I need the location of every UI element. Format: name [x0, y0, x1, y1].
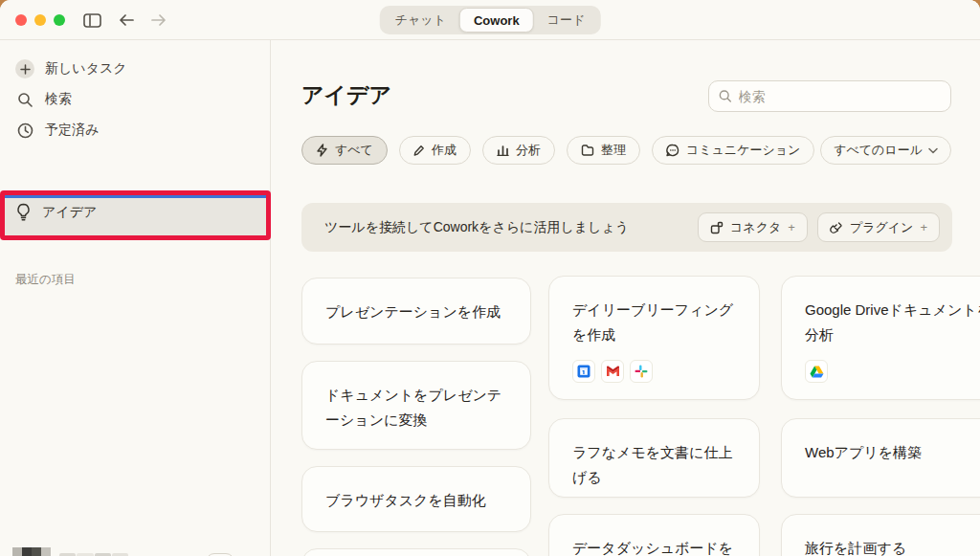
chip-create[interactable]: 作成: [399, 136, 471, 165]
recent-items-section-label: 最近の項目: [15, 272, 76, 288]
annotation-highlight-box: アイデア: [0, 190, 271, 240]
lightbulb-icon: [15, 203, 32, 221]
chip-communication[interactable]: コミュニケーション: [652, 136, 814, 165]
gmail-icon: [601, 360, 624, 383]
sidebar: 新しいタスク 検索 予定済み カスタマイズ 最近の項目: [0, 40, 271, 556]
search-icon: [15, 90, 34, 109]
idea-card[interactable]: プレゼンテーションを作成: [301, 278, 531, 345]
idea-card[interactable]: ブラウザタスクを自動化: [301, 466, 531, 532]
tab-chat[interactable]: チャット: [382, 8, 459, 33]
title-bar: チャット Cowork コード: [0, 0, 980, 40]
sidebar-toggle-icon[interactable]: [82, 11, 101, 29]
traffic-lights: [15, 14, 65, 26]
google-drive-icon: [805, 360, 828, 383]
banner-text: ツールを接続してCoworkをさらに活用しましょう: [324, 219, 629, 236]
page-title: アイデア: [301, 80, 391, 110]
sidebar-item-ideas[interactable]: アイデア: [15, 203, 97, 221]
app-window: チャット Cowork コード 新しいタスク 検索 予定済み: [0, 0, 980, 556]
search-field[interactable]: [708, 80, 951, 112]
chip-all[interactable]: すべて: [301, 136, 388, 165]
google-calendar-icon: [572, 360, 595, 383]
annotation-underline: [5, 195, 266, 198]
sidebar-item-scheduled[interactable]: 予定済み: [0, 116, 271, 145]
add-plugin-button[interactable]: プラグイン +: [817, 212, 940, 242]
folder-icon: [581, 145, 594, 156]
forward-arrow-icon[interactable]: [149, 11, 168, 29]
chip-organize[interactable]: 整理: [567, 136, 640, 165]
search-input[interactable]: [739, 89, 941, 104]
back-arrow-icon[interactable]: [117, 11, 136, 29]
bar-chart-icon: [497, 145, 509, 156]
add-connector-button[interactable]: コネクタ +: [698, 212, 808, 242]
chevron-down-icon: [928, 147, 938, 154]
slack-icon: [630, 360, 653, 383]
filter-chips: すべて 作成 分析 整理 コミュニケーション: [301, 136, 814, 165]
minimize-window-button[interactable]: [34, 14, 46, 26]
sidebar-item-label: 検索: [45, 91, 72, 108]
idea-card[interactable]: ドキュメントをプレゼンテーションに変換: [301, 361, 531, 450]
avatar[interactable]: [12, 547, 51, 556]
chip-analyze[interactable]: 分析: [482, 136, 555, 165]
speech-bubble-icon: [666, 144, 679, 157]
idea-card[interactable]: データダッシュボードを: [548, 514, 760, 556]
plus-icon: [15, 59, 34, 78]
idea-card[interactable]: [301, 548, 531, 556]
idea-card[interactable]: ラフなメモを文書に仕上げる: [548, 418, 760, 498]
idea-card[interactable]: デイリーブリーフィングを作成: [548, 276, 760, 400]
connector-icon: [710, 221, 724, 234]
idea-card[interactable]: Google Driveドキュメントを分析: [781, 276, 980, 400]
zoom-window-button[interactable]: [54, 14, 65, 26]
clock-icon: [15, 121, 34, 140]
plug-icon: [830, 221, 843, 234]
sidebar-item-new-task[interactable]: 新しいタスク: [0, 55, 271, 83]
search-icon: [719, 89, 732, 103]
idea-card[interactable]: Webアプリを構築: [781, 418, 980, 498]
role-filter-dropdown[interactable]: すべてのロール: [820, 136, 951, 165]
pencil-icon: [413, 145, 425, 157]
zap-icon: [316, 144, 328, 157]
close-window-button[interactable]: [15, 14, 27, 26]
sidebar-item-label: アイデア: [42, 204, 97, 221]
sidebar-item-label: 新しいタスク: [45, 60, 127, 78]
sidebar-item-label: 予定済み: [45, 122, 99, 139]
sidebar-item-search[interactable]: 検索: [0, 85, 271, 114]
idea-card[interactable]: 旅行を計画する: [781, 514, 980, 556]
mode-segmented-control: チャット Cowork コード: [380, 6, 601, 34]
tab-cowork[interactable]: Cowork: [459, 8, 534, 33]
connect-tools-banner: ツールを接続してCoworkをさらに活用しましょう コネクタ + プラグイン +: [301, 203, 952, 252]
tab-code[interactable]: コード: [534, 8, 599, 33]
